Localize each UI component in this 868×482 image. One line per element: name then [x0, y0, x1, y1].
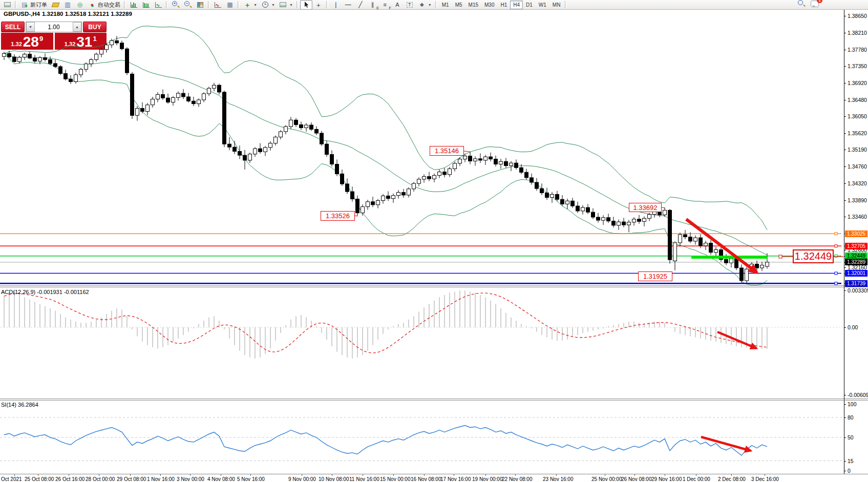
zoom-out-button[interactable]: − — [182, 0, 194, 10]
time-tick-label: 5 Nov 16:00 — [237, 476, 265, 482]
candle — [115, 36, 119, 45]
candle — [64, 70, 68, 80]
candle — [612, 217, 616, 227]
vertical-line-button[interactable]: | — [330, 0, 342, 10]
indicators-button[interactable]: ∿ — [211, 0, 224, 10]
timeframe-m15[interactable]: M15 — [465, 1, 481, 9]
time-axis[interactable]: Oct 202125 Oct 08:0026 Oct 16:0028 Oct 0… — [0, 474, 868, 482]
text-button[interactable]: A — [391, 0, 404, 10]
crosshair-icon: ＋ — [314, 1, 323, 9]
candle — [489, 153, 493, 161]
time-tick-label: 19 Nov 00:00 — [472, 476, 503, 482]
candle — [197, 98, 201, 107]
marker-button[interactable] — [49, 0, 61, 10]
periods-button[interactable]: ▼ — [259, 0, 277, 10]
time-tick-mark — [221, 474, 221, 476]
search-button[interactable] — [797, 0, 806, 9]
macd-tick-label: -0.006092 — [848, 392, 868, 398]
candle — [668, 209, 672, 264]
time-tick-label: 26 Nov 08:00 — [621, 476, 652, 482]
time-tick-mark — [731, 474, 732, 476]
candle — [202, 92, 206, 102]
tile-windows-button[interactable] — [194, 0, 206, 10]
candlestick-chart-button[interactable] — [140, 0, 152, 10]
time-tick-mark — [363, 474, 363, 476]
candle — [356, 196, 359, 216]
candle — [23, 53, 27, 60]
timeframe-h1[interactable]: H1 — [497, 1, 510, 9]
candle — [530, 174, 534, 185]
zoom-in-button[interactable]: + — [170, 0, 182, 10]
time-tick-mark — [696, 474, 696, 476]
candlestick-chart[interactable] — [0, 10, 844, 285]
rsi-indicator-panel[interactable] — [0, 401, 844, 474]
candle — [172, 96, 175, 106]
candle — [576, 202, 580, 213]
candle — [494, 156, 498, 166]
new-order-button[interactable]: ▤+新订单 — [18, 0, 49, 10]
signals-button[interactable]: ◎ — [74, 0, 86, 10]
timeframe-w1[interactable]: W1 — [536, 1, 549, 9]
timeframe-mn[interactable]: MN — [549, 1, 564, 9]
line-chart-button[interactable]: ∿ — [152, 0, 164, 10]
candle — [551, 192, 554, 203]
chart-image-button[interactable]: ▼ — [277, 0, 295, 10]
price-axis-line — [844, 10, 844, 474]
price-tick-label: 1.36050 — [848, 113, 867, 119]
candle — [54, 59, 57, 68]
text-label-button[interactable]: T — [404, 0, 416, 10]
chart-window-button[interactable] — [1, 0, 13, 10]
candle — [177, 91, 180, 100]
crosshair-button[interactable]: ＋ — [312, 0, 325, 10]
add-indicator-button[interactable]: ＋▼ — [241, 0, 259, 10]
candle — [69, 75, 73, 84]
timeframe-m1[interactable]: M1 — [439, 1, 452, 9]
indicators-icon: ∿ — [214, 1, 222, 9]
rsi-label: SI(14) 36.2864 — [1, 402, 38, 408]
price-axis: 1.386501.382101.377801.373501.369201.364… — [844, 0, 868, 482]
candle — [341, 170, 344, 186]
candle — [218, 83, 221, 94]
bar-chart-button[interactable] — [128, 0, 140, 10]
candle — [207, 87, 211, 96]
candle — [8, 51, 11, 58]
candle — [622, 218, 626, 227]
timeframe-m30[interactable]: M30 — [481, 1, 497, 9]
auto-trading-button[interactable]: ●▸自动交易 — [86, 0, 122, 10]
candle — [120, 40, 124, 50]
equidistant-channel-button[interactable]: ∥E — [367, 0, 379, 10]
toolbar-separator — [238, 1, 240, 8]
time-tick-label: 25 Nov 00:00 — [591, 476, 622, 482]
time-tick-label: 10 Nov 08:00 — [319, 476, 349, 482]
candle — [187, 93, 190, 102]
timeframe-m5[interactable]: M5 — [452, 1, 465, 9]
shapes-button[interactable]: ◆▼ — [416, 0, 434, 10]
candle — [699, 234, 703, 248]
horizontal-line-button[interactable]: — — [342, 0, 354, 10]
timeframe-h4[interactable]: H4 — [510, 1, 523, 9]
time-tick-mark — [393, 474, 394, 476]
candle — [581, 205, 585, 215]
fibonacci-button[interactable]: ≡F — [379, 0, 391, 10]
text-icon: A — [393, 1, 401, 9]
candle — [402, 189, 406, 198]
cursor-button[interactable] — [300, 0, 312, 10]
timeframe-d1[interactable]: D1 — [523, 1, 536, 9]
candle — [515, 159, 518, 170]
chat-button[interactable]: 1 — [811, 0, 819, 9]
candle — [438, 170, 441, 178]
candle — [192, 97, 196, 106]
candle — [182, 89, 185, 99]
time-tick-mark — [665, 474, 665, 476]
news-button[interactable]: ▥ — [61, 0, 74, 10]
trendline-button[interactable]: ╱ — [354, 0, 367, 10]
candle — [49, 56, 52, 65]
hline-handle — [835, 272, 837, 275]
price-annotation: 1.32449 — [793, 249, 834, 263]
templates-button[interactable]: ▦ — [224, 0, 236, 10]
macd-indicator-panel[interactable] — [0, 287, 844, 399]
toolbar-separator — [565, 1, 567, 8]
annotation-connector — [662, 207, 665, 208]
toolbar-separator — [166, 1, 168, 8]
time-tick-mark — [634, 474, 635, 476]
